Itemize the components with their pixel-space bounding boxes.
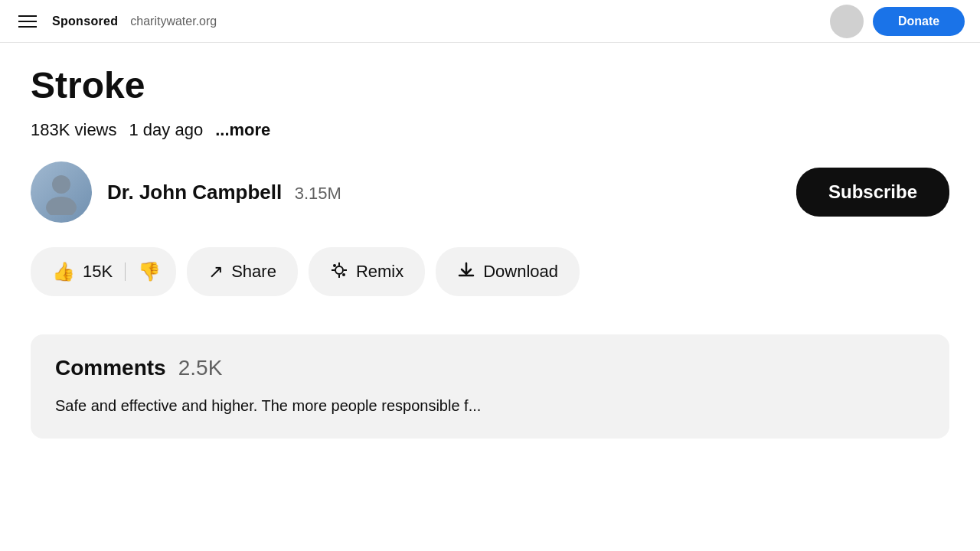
top-bar-right: Donate [830, 5, 965, 38]
remix-button[interactable]: Remix [309, 247, 425, 296]
thumbs-up-icon: 👍 [52, 262, 75, 281]
comments-section: Comments 2.5K Safe and effective and hig… [31, 334, 949, 439]
channel-avatar-image [31, 161, 92, 223]
comments-preview: Safe and effective and higher. The more … [55, 394, 925, 417]
remix-icon [330, 261, 348, 282]
svg-point-4 [342, 273, 345, 276]
subscriber-count: 3.15M [295, 184, 341, 203]
top-bar-left: Sponsored charitywater.org [15, 12, 830, 31]
thumbs-down-icon: 👎 [138, 262, 161, 281]
donate-button[interactable]: Donate [873, 7, 965, 36]
upload-date: 1 day ago [129, 120, 204, 140]
video-info: Stroke 183K views 1 day ago ...more Dr. … [0, 43, 980, 334]
channel-name[interactable]: Dr. John Campbell [107, 181, 282, 204]
channel-row: Dr. John Campbell 3.15M Subscribe [31, 161, 949, 223]
share-icon: ↗ [208, 262, 224, 281]
svg-point-0 [52, 175, 70, 194]
comments-header: Comments 2.5K [55, 356, 925, 380]
share-label: Share [231, 262, 276, 282]
subscribe-button[interactable]: Subscribe [796, 168, 949, 217]
download-icon [457, 261, 475, 282]
channel-info: Dr. John Campbell 3.15M [31, 161, 341, 223]
channel-text: Dr. John Campbell 3.15M [107, 181, 341, 204]
like-count: 15K [83, 262, 113, 282]
user-avatar[interactable] [830, 5, 864, 38]
download-button[interactable]: Download [436, 247, 580, 296]
svg-point-3 [333, 264, 336, 267]
svg-point-2 [335, 266, 343, 274]
video-title: Stroke [31, 64, 949, 106]
hamburger-icon[interactable] [15, 12, 40, 31]
more-link[interactable]: ...more [215, 120, 270, 140]
sponsored-url: charitywater.org [130, 15, 217, 28]
like-divider [125, 262, 126, 281]
sponsored-label: Sponsored [52, 15, 118, 28]
svg-point-1 [46, 197, 77, 215]
comments-title: Comments [55, 356, 166, 380]
remix-label: Remix [356, 262, 403, 282]
top-bar: Sponsored charitywater.org Donate [0, 0, 980, 43]
action-buttons: 👍 15K 👎 ↗ Share Remix [31, 247, 949, 296]
share-button[interactable]: ↗ Share [187, 247, 298, 296]
like-dislike-button[interactable]: 👍 15K 👎 [31, 247, 176, 296]
view-count: 183K views [31, 120, 117, 140]
download-label: Download [483, 262, 558, 282]
video-meta: 183K views 1 day ago ...more [31, 120, 949, 140]
channel-avatar[interactable] [31, 161, 92, 223]
comments-count: 2.5K [178, 356, 223, 380]
